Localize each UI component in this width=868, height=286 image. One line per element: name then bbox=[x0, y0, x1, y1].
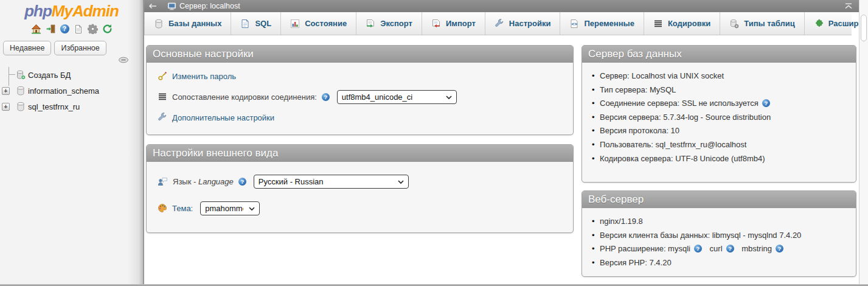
appearance-settings-body: Язык - Language ? Русский - Russian Тема… bbox=[147, 174, 573, 215]
theme-palette-icon bbox=[158, 203, 167, 213]
language-label: Язык - Language bbox=[173, 177, 234, 186]
tree-item-sql-testfrnx-ru[interactable]: + sql_testfrnx_ru bbox=[0, 99, 141, 114]
appearance-settings-panel: Настройки внешнего вида Язык - Language … bbox=[146, 144, 574, 233]
tab-settings[interactable]: Настройки bbox=[485, 12, 561, 35]
import-icon bbox=[431, 19, 441, 29]
tree-item-label[interactable]: Создать БД bbox=[28, 71, 71, 80]
collation-select-wrap: utf8mb4_unicode_ci bbox=[337, 90, 457, 104]
change-password-row: Изменить пароль bbox=[158, 69, 562, 83]
tree-item-new-database[interactable]: Создать БД bbox=[0, 67, 141, 83]
database-tree: Создать БД + information_schema + sql_te… bbox=[0, 67, 141, 114]
database-server-panel: Сервер баз данных Сервер: Localhost via … bbox=[582, 45, 856, 183]
list-item: Тип сервера: MySQL bbox=[600, 83, 850, 97]
help-icon[interactable]: ? bbox=[60, 24, 69, 33]
tab-status[interactable]: Состояние bbox=[281, 12, 356, 35]
tree-item-information-schema[interactable]: + information_schema bbox=[0, 83, 141, 99]
help-icon[interactable]: ? bbox=[322, 93, 330, 101]
theme-label: Тема: bbox=[172, 204, 193, 213]
export-icon bbox=[366, 19, 375, 29]
panel-title: Основные настройки bbox=[147, 46, 573, 63]
theme-select[interactable]: pmahomme bbox=[200, 201, 260, 215]
logout-icon[interactable] bbox=[46, 24, 56, 34]
help-icon[interactable]: ? bbox=[694, 245, 702, 253]
expand-plus-icon[interactable]: + bbox=[2, 87, 10, 95]
list-item: Сервер: Localhost via UNIX socket bbox=[600, 69, 850, 83]
database-server-list: Сервер: Localhost via UNIX socket Тип се… bbox=[582, 63, 856, 166]
sidebar-toolbar: ? bbox=[0, 24, 143, 34]
settings-gear-icon[interactable] bbox=[88, 24, 98, 34]
tab-engines[interactable]: Типы таблиц bbox=[720, 12, 805, 35]
tree-item-label[interactable]: information_schema bbox=[28, 86, 99, 96]
list-item: nginx/1.19.8 bbox=[600, 215, 850, 229]
back-arrow-icon[interactable] bbox=[148, 3, 157, 9]
phpmyadmin-window: phpMyAdmin ? Недавнее Избранное bbox=[0, 0, 868, 286]
language-select-wrap: Русский - Russian bbox=[254, 175, 409, 189]
phpmyadmin-logo[interactable]: phpMyAdmin bbox=[0, 0, 143, 21]
more-settings-link[interactable]: Дополнительные настройки bbox=[172, 113, 274, 122]
database-icon bbox=[154, 19, 164, 29]
collation-row: Сопоставление кодировки соединения: ? ut… bbox=[158, 89, 562, 104]
sidebar-resize-handle-icon[interactable] bbox=[118, 55, 129, 66]
database-icon bbox=[16, 102, 26, 113]
sidebar-quick-buttons: Недавнее Избранное bbox=[3, 41, 143, 55]
help-icon[interactable]: ? bbox=[762, 99, 770, 107]
server-tab-bar: Базы данных SQL Состояние Экспорт Импорт… bbox=[144, 12, 852, 35]
panel-title: Сервер баз данных bbox=[582, 46, 856, 63]
logo-myadmin: MyAdmin bbox=[52, 2, 119, 20]
web-server-panel: Веб-сервер nginx/1.19.8 Версия клиента б… bbox=[582, 190, 856, 277]
web-server-list: nginx/1.19.8 Версия клиента базы данных:… bbox=[582, 208, 856, 270]
logo-php: php bbox=[24, 2, 52, 20]
list-item: Версия сервера: 5.7.34-log - Source dist… bbox=[600, 111, 850, 125]
general-settings-panel: Основные настройки Изменить пароль Сопос… bbox=[146, 45, 574, 135]
tree-item-label[interactable]: sql_testfrnx_ru bbox=[28, 102, 80, 111]
theme-select-wrap: pmahomme bbox=[200, 201, 260, 215]
panel-title: Настройки внешнего вида bbox=[147, 145, 573, 162]
help-icon[interactable]: ? bbox=[776, 245, 783, 253]
docs-icon[interactable] bbox=[74, 24, 83, 34]
tab-variables[interactable]: <> Переменные bbox=[560, 12, 644, 35]
svg-text:<>: <> bbox=[572, 21, 578, 27]
language-select[interactable]: Русский - Russian bbox=[254, 175, 409, 189]
help-icon[interactable]: ? bbox=[726, 245, 734, 253]
status-chart-icon bbox=[290, 19, 300, 29]
database-icon bbox=[16, 86, 26, 97]
page-title: Сервер: localhost bbox=[179, 2, 240, 10]
panel-title: Веб-сервер bbox=[582, 191, 856, 208]
tab-export[interactable]: Экспорт bbox=[356, 12, 422, 35]
new-database-icon bbox=[16, 70, 26, 82]
list-item: Версия протокола: 10 bbox=[600, 124, 850, 138]
collation-label: Сопоставление кодировки соединения: bbox=[172, 92, 317, 102]
scrollbar-thumb[interactable] bbox=[861, 15, 867, 41]
wrench-icon bbox=[495, 19, 504, 29]
expand-plus-icon[interactable]: + bbox=[2, 103, 10, 111]
tab-databases[interactable]: Базы данных bbox=[144, 12, 231, 35]
variables-code-icon: <> bbox=[569, 19, 579, 29]
more-settings-row: Дополнительные настройки bbox=[158, 110, 562, 125]
plugin-puzzle-icon bbox=[814, 19, 824, 29]
navigation-sidebar: phpMyAdmin ? Недавнее Избранное bbox=[0, 0, 144, 286]
help-icon[interactable]: ? bbox=[238, 178, 246, 186]
scroll-to-top-icon[interactable] bbox=[844, 3, 853, 9]
home-icon[interactable] bbox=[31, 24, 41, 34]
language-person-icon bbox=[158, 176, 168, 187]
theme-row: Тема: pmahomme bbox=[158, 201, 562, 215]
list-item: Кодировка сервера: UTF-8 Unicode (utf8mb… bbox=[600, 152, 850, 166]
list-item-php-extensions: PHP расширение: mysqli? curl? mbstring? bbox=[600, 242, 850, 256]
collation-select[interactable]: utf8mb4_unicode_ci bbox=[337, 90, 457, 104]
engine-database-gear-icon bbox=[729, 19, 739, 29]
list-item: Пользователь: sql_testfrnx_ru@localhost bbox=[600, 138, 850, 152]
reload-icon[interactable] bbox=[102, 24, 113, 34]
server-monitor-icon bbox=[167, 2, 176, 11]
recent-button[interactable]: Недавнее bbox=[3, 41, 51, 55]
charset-lines-icon bbox=[653, 19, 663, 29]
tab-import[interactable]: Импорт bbox=[422, 12, 485, 35]
tab-sql[interactable]: SQL bbox=[231, 12, 281, 35]
scrollbar-track[interactable] bbox=[859, 0, 868, 286]
favorites-button[interactable]: Избранное bbox=[54, 41, 106, 55]
general-settings-body: Изменить пароль Сопоставление кодировки … bbox=[147, 69, 573, 125]
wrench-icon bbox=[158, 113, 167, 122]
server-title-bar: Сервер: localhost bbox=[144, 0, 859, 12]
sql-page-icon bbox=[240, 19, 250, 29]
change-password-link[interactable]: Изменить пароль bbox=[172, 72, 236, 81]
tab-charsets[interactable]: Кодировки bbox=[644, 12, 720, 35]
